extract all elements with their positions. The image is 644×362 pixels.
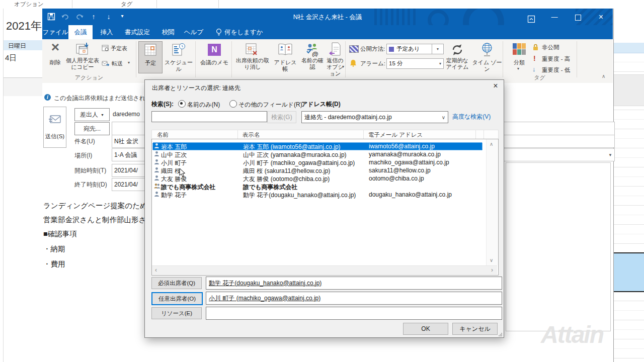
horizontal-scrollbar[interactable]: ‹ › <box>152 265 497 275</box>
reminder-label: アラーム: <box>360 60 385 67</box>
forward-button[interactable]: 転送 ▾ <box>102 59 134 68</box>
scroll-left-icon[interactable]: ‹ <box>155 267 157 273</box>
message-body[interactable]: ランディングページ提案のため、 営業部金沢さんと制作部山形さ ■確認事項 ・納期… <box>42 196 145 362</box>
person-icon <box>154 191 159 199</box>
minimize-button[interactable]: — <box>543 9 566 25</box>
low-importance-button[interactable]: ↓ 重要度 - 低 <box>532 65 581 74</box>
recurrence-button[interactable]: 定期的な アイテム <box>443 41 472 72</box>
tab-meeting[interactable]: 会議 <box>68 25 93 39</box>
calendar-year-label: 2021年 <box>6 19 42 34</box>
radio-name-only[interactable] <box>178 100 186 108</box>
optional-attendees-button[interactable]: 任意出席者(O) <box>151 292 203 305</box>
chevron-down-icon[interactable]: ▼ <box>608 153 612 157</box>
resize-grip[interactable] <box>498 331 503 338</box>
open-calendar-button[interactable]: 予定表 <box>102 44 134 53</box>
dialog-close-button[interactable]: × <box>490 81 501 93</box>
search-input[interactable] <box>151 111 267 122</box>
column-header-email[interactable]: 電子メール アドレス <box>368 131 423 139</box>
scroll-up-icon[interactable]: ∧ <box>490 142 493 147</box>
meeting-notes-button[interactable]: N 会議のメモ <box>199 41 230 72</box>
contact-row[interactable]: 大友 勝俊 大友 勝俊 (ootomo@chiba.co.jp) ootomo@… <box>152 174 482 183</box>
copy-to-calendar-button[interactable]: 個人用予定表にコピー <box>65 41 100 72</box>
show-as-combo[interactable]: 予定あり <box>386 44 437 54</box>
to-button[interactable]: 宛先... <box>74 122 110 135</box>
calendar-day-label: 4日 <box>5 53 17 63</box>
tab-format[interactable]: 書式設定 <box>120 25 155 39</box>
column-divider[interactable] <box>475 130 476 139</box>
contact-row[interactable]: 山中 正次 山中 正次 (yamanaka@muraoka.co.jp) yam… <box>152 150 482 158</box>
redo-icon[interactable] <box>75 14 84 22</box>
qat-customize-icon[interactable]: ▾ <box>119 9 126 24</box>
delete-button[interactable]: × 削除 <box>45 41 65 72</box>
contact-name: 動学 花子 <box>161 191 187 200</box>
close-button[interactable]: × <box>589 9 613 25</box>
move-up-icon[interactable]: ↑ <box>89 9 99 25</box>
chevron-down-icon: ▾ <box>439 61 441 66</box>
private-button[interactable]: 非公開 <box>532 43 576 52</box>
shaded-band <box>4 78 42 96</box>
resources-field[interactable] <box>206 307 502 320</box>
time-zones-button[interactable]: タイム ゾーン <box>472 41 502 72</box>
reminder-combo[interactable]: 15 分 ▾ <box>386 58 444 69</box>
send-button[interactable]: 送信(S) <box>43 107 66 148</box>
show-as-dropdown[interactable]: ▾ <box>432 44 444 54</box>
tab-review[interactable]: 校閲 <box>156 25 180 39</box>
save-icon[interactable] <box>47 13 55 22</box>
button-label: アドレス帳 <box>271 59 299 72</box>
window-titlebar[interactable]: ↑ ↓ ▾ N社 金沢さん来社 - 会議 — × <box>42 9 613 25</box>
cancel-invitation-button[interactable]: × 出席依頼の取り消し <box>235 41 270 72</box>
from-button[interactable]: 差出人 ▼ <box>74 108 110 121</box>
column-header-display[interactable]: 表示名 <box>243 131 260 139</box>
caret-down-icon: ▼ <box>101 113 104 117</box>
from-value: daredemo <box>113 111 140 118</box>
contact-row[interactable]: 織田 桜 織田 桜 (sakura11@hellow.co.jp) sakura… <box>152 166 482 174</box>
move-down-icon[interactable]: ↓ <box>104 9 114 25</box>
column-divider[interactable] <box>237 130 238 139</box>
button-label: 個人用予定表にコピー <box>65 57 100 70</box>
contact-row[interactable]: 岩本 五郎 岩本 五郎 (iwamoto56@attainj.co.jp) iw… <box>152 142 482 150</box>
scroll-right-icon[interactable]: › <box>491 267 493 273</box>
vertical-scrollbar[interactable]: ∧ ∨ <box>486 139 498 265</box>
reminder-value: 15 分 <box>389 60 403 67</box>
radio-more-columns[interactable] <box>229 100 237 108</box>
appointment-toggle[interactable]: 予定 <box>138 41 163 73</box>
cancel-button[interactable]: キャンセル <box>452 323 498 335</box>
tab-insert[interactable]: 挿入 <box>95 25 119 39</box>
advanced-find-link[interactable]: 高度な検索(V) <box>452 113 491 121</box>
location-value: 1-A 会議 <box>114 151 137 159</box>
contact-email: machiko_ogawa@attainj.co.jp <box>369 159 449 166</box>
scheduling-button[interactable]: スケジュール <box>163 41 194 72</box>
contact-row[interactable]: 小川 町子 小川 町子 (machiko_ogawa@attainj.co.jp… <box>152 158 482 166</box>
tab-help[interactable]: ヘルプ <box>181 25 206 39</box>
required-attendees-button[interactable]: 必須出席者(Q) <box>151 277 202 289</box>
optional-attendees-field[interactable]: 小川 町子 (machiko_ogawa@attainj.co.jp) <box>206 292 502 305</box>
resources-button[interactable]: リソース(E) <box>151 307 202 319</box>
undo-icon[interactable] <box>61 14 69 22</box>
to-label: 宛先... <box>84 125 101 133</box>
ok-button[interactable]: OK <box>403 323 448 335</box>
tell-me-box[interactable]: 何をしますか <box>224 25 268 39</box>
check-names-icon: @ <box>305 43 319 58</box>
cancel-invite-icon: × <box>246 43 260 58</box>
addressbook-combo[interactable]: 連絡先 - daredemo@attainj.co.jp ∨ <box>301 111 448 123</box>
ribbon-display-options-icon[interactable] <box>520 13 543 25</box>
address-book-button[interactable]: アドレス帳 <box>271 41 299 72</box>
go-button[interactable]: 検索(G) <box>267 111 296 123</box>
high-importance-button[interactable]: ! 重要度 - 高 <box>532 54 581 63</box>
column-header-name[interactable]: 名前 <box>157 131 169 139</box>
required-attendees-field[interactable]: 動学 花子(dougaku_hanako@attainj.co.jp) <box>206 277 502 290</box>
response-options-button[interactable]: 返信の オプション ▾ <box>324 41 346 72</box>
bg-right-calendar <box>613 9 644 362</box>
maximize-button[interactable] <box>566 9 589 25</box>
selected-timeslot[interactable] <box>613 252 644 292</box>
contact-row[interactable]: 動学 花子 動学 花子(dougaku_hanako@attainj.co.jp… <box>152 191 482 199</box>
categorize-button[interactable]: 分類 ▾ <box>508 41 530 72</box>
tab-file[interactable]: ファイル <box>42 25 68 39</box>
contact-row[interactable]: 誰でも商事株式会社 誰でも商事株式会社 <box>152 183 482 191</box>
end-time-value: 2021/04/ <box>114 181 138 188</box>
show-as-value: 予定あり <box>396 45 420 53</box>
scroll-down-icon[interactable]: ∨ <box>490 258 493 263</box>
check-names-button[interactable]: @ 名前の確認 <box>300 41 325 72</box>
column-divider[interactable] <box>363 130 364 139</box>
collapse-ribbon-icon[interactable]: ∧ <box>602 73 605 79</box>
